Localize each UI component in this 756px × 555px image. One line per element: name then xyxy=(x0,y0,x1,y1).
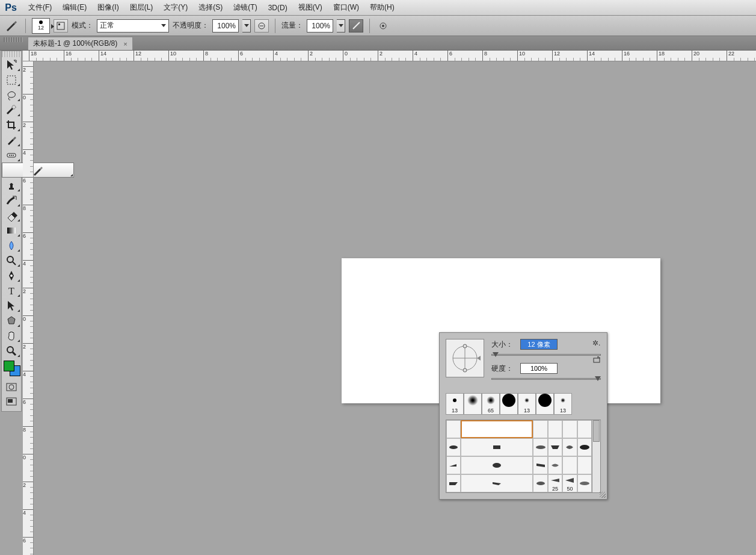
brush-preset[interactable] xyxy=(464,393,482,415)
shape-tool[interactable] xyxy=(2,313,21,328)
menu-item[interactable]: 图层(L) xyxy=(124,0,159,15)
brush-preset-cell[interactable] xyxy=(533,420,547,438)
flow-field[interactable]: 100% xyxy=(307,19,333,33)
brush-preset-picker[interactable]: 12 xyxy=(32,18,50,34)
menu-item[interactable]: 窗口(W) xyxy=(328,0,364,15)
opacity-field[interactable]: 100% xyxy=(212,19,239,33)
dodge-tool[interactable] xyxy=(2,253,21,268)
brush-preset-cell[interactable] xyxy=(562,420,577,438)
menu-item[interactable]: 文件(F) xyxy=(23,0,57,15)
brush-preset-cell[interactable] xyxy=(548,456,562,474)
brush-preset-cell[interactable] xyxy=(446,420,461,438)
menu-item[interactable]: 图像(I) xyxy=(92,0,124,15)
menu-item[interactable]: 视图(V) xyxy=(293,0,328,15)
brush-preset[interactable]: 13 xyxy=(518,393,536,415)
path-select-tool[interactable] xyxy=(2,298,21,313)
pen-tool[interactable] xyxy=(2,268,21,283)
svg-marker-15 xyxy=(8,317,15,324)
close-tab-icon[interactable]: × xyxy=(123,40,127,48)
eyedropper-tool[interactable] xyxy=(2,132,21,147)
flow-dropdown[interactable] xyxy=(337,19,345,33)
new-preset-icon[interactable] xyxy=(592,356,602,364)
opacity-pressure-toggle[interactable] xyxy=(254,19,269,33)
tab-bar-grip[interactable] xyxy=(4,37,23,42)
menu-item[interactable]: 编辑(E) xyxy=(57,0,92,15)
brush-preset[interactable]: 13 xyxy=(554,393,572,415)
svg-point-25 xyxy=(463,368,467,372)
hand-tool[interactable] xyxy=(2,328,21,343)
brush-preset-cell[interactable] xyxy=(562,438,577,456)
brush-hardness-slider[interactable] xyxy=(491,376,601,382)
brush-grid-scrollbar[interactable] xyxy=(592,420,601,493)
screen-mode-button[interactable] xyxy=(2,395,21,408)
quick-select-tool[interactable] xyxy=(2,102,21,117)
menu-item[interactable]: 选择(S) xyxy=(193,0,228,15)
airbrush-toggle[interactable] xyxy=(349,19,363,33)
brush-preset-cell[interactable] xyxy=(577,420,592,438)
menu-item[interactable]: 3D(D) xyxy=(263,0,293,15)
brush-preset-cell[interactable] xyxy=(461,420,533,438)
brush-preset-cell[interactable] xyxy=(461,438,533,456)
brush-preset[interactable] xyxy=(536,393,554,415)
menu-item[interactable]: 滤镜(T) xyxy=(228,0,262,15)
svg-point-9 xyxy=(11,155,12,156)
brush-preset-cell[interactable] xyxy=(446,456,461,474)
panel-resize-grip[interactable] xyxy=(600,492,606,498)
brush-preset-cell[interactable] xyxy=(461,456,533,474)
brush-preset-cell[interactable] xyxy=(577,456,592,474)
brush-preset-cell[interactable] xyxy=(533,456,547,474)
menu-item[interactable]: 文字(Y) xyxy=(158,0,193,15)
brush-hardness-input[interactable] xyxy=(520,363,558,374)
marquee-tool[interactable] xyxy=(2,72,21,87)
brush-preset-cell[interactable] xyxy=(577,438,592,456)
healing-tool[interactable] xyxy=(2,147,21,163)
brush-preset-cell[interactable] xyxy=(577,474,592,492)
svg-point-30 xyxy=(580,445,589,450)
brush-preset-cell[interactable] xyxy=(533,438,547,456)
quick-mask-toggle[interactable] xyxy=(2,381,21,393)
brush-size-input[interactable] xyxy=(520,339,558,350)
size-pressure-toggle[interactable] xyxy=(376,19,390,33)
current-tool-icon[interactable] xyxy=(4,19,19,33)
eraser-tool[interactable] xyxy=(2,208,21,223)
brush-preset[interactable]: 65 xyxy=(482,393,500,415)
document-tab[interactable]: 未标题-1 @ 100%(RGB/8) × xyxy=(28,37,133,50)
brush-preset-cell[interactable] xyxy=(548,420,562,438)
options-bar: 12 模式： 正常 不透明度： 100% 流量： 100% xyxy=(0,16,756,36)
brush-preset-cell[interactable] xyxy=(446,474,461,492)
history-brush-tool[interactable] xyxy=(2,193,21,208)
blend-mode-select[interactable]: 正常 xyxy=(97,19,169,33)
brush-preset-cell[interactable] xyxy=(446,438,461,456)
crop-tool[interactable] xyxy=(2,117,21,132)
svg-point-13 xyxy=(10,274,13,277)
lasso-tool[interactable] xyxy=(2,87,21,102)
brush-preset-cell[interactable] xyxy=(461,474,533,492)
brush-panel-toggle[interactable] xyxy=(54,19,68,33)
gradient-tool[interactable] xyxy=(2,223,21,238)
pencil-tool[interactable] xyxy=(2,163,74,178)
brush-size-slider[interactable] xyxy=(491,352,601,358)
brush-preset-cell[interactable]: 25 xyxy=(548,474,562,492)
brush-preset-cell[interactable] xyxy=(548,438,562,456)
brush-preset-cell[interactable]: 50 xyxy=(562,474,577,492)
toolbox-grip[interactable] xyxy=(2,51,21,57)
menu-item[interactable]: 帮助(H) xyxy=(364,0,400,15)
zoom-tool[interactable] xyxy=(2,343,21,358)
opacity-dropdown[interactable] xyxy=(242,19,251,33)
panel-menu-icon[interactable]: ✲. xyxy=(592,339,602,347)
color-swatches[interactable] xyxy=(2,358,21,377)
brush-angle-control[interactable] xyxy=(446,339,484,377)
blur-tool[interactable] xyxy=(2,238,21,253)
svg-point-29 xyxy=(536,445,545,449)
move-tool[interactable] xyxy=(2,57,21,72)
app-logo: Ps xyxy=(2,2,19,14)
stamp-tool[interactable] xyxy=(2,178,21,193)
brush-preset[interactable] xyxy=(500,393,518,415)
horizontal-ruler[interactable]: 181614121086420246810121416182022 xyxy=(23,51,756,61)
vertical-ruler[interactable]: 202468642024680246 xyxy=(23,61,34,555)
brush-preset-cell[interactable] xyxy=(562,456,577,474)
foreground-color[interactable] xyxy=(4,361,14,371)
brush-preset[interactable]: 13 xyxy=(446,393,464,415)
type-tool[interactable]: T xyxy=(2,283,21,298)
brush-preset-cell[interactable] xyxy=(533,474,547,492)
